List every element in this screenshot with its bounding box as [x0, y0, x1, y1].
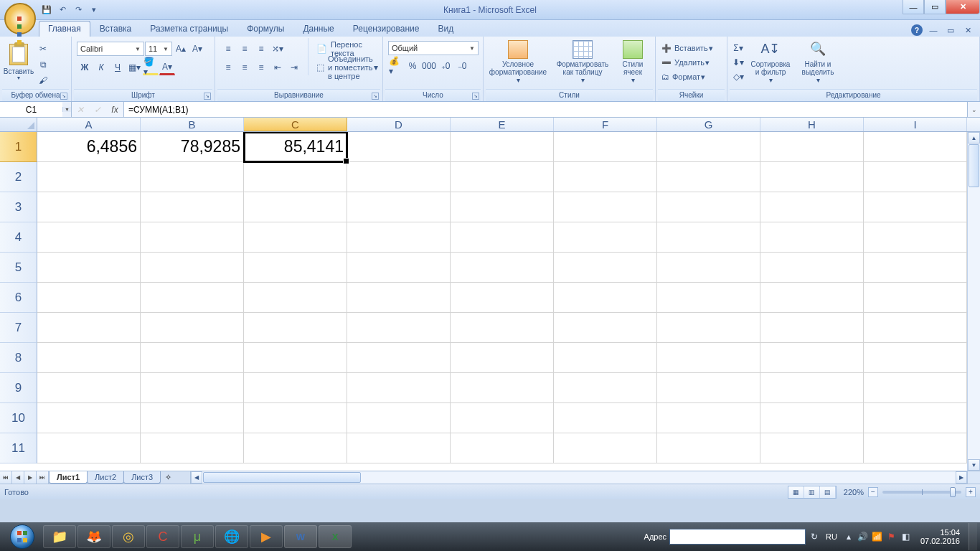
qat-undo-icon[interactable]: ↶ — [56, 4, 69, 17]
vscroll-thumb[interactable] — [969, 144, 979, 187]
ribbon-tab-3[interactable]: Формулы — [237, 21, 293, 37]
taskbar-chrome-icon[interactable]: 🌐 — [215, 525, 248, 548]
office-button[interactable] — [4, 3, 36, 34]
ribbon-tab-5[interactable]: Рецензирование — [344, 21, 429, 37]
cell-A2[interactable] — [37, 162, 141, 192]
cell-H11[interactable] — [760, 433, 864, 463]
cell-I9[interactable] — [864, 373, 967, 403]
row-header[interactable]: 3 — [0, 192, 37, 222]
cell-F1[interactable] — [554, 132, 657, 162]
name-box[interactable] — [0, 102, 62, 117]
scroll-left-icon[interactable]: ◀ — [191, 471, 202, 484]
select-all-button[interactable] — [0, 118, 37, 131]
row-header[interactable]: 4 — [0, 222, 37, 253]
row-header[interactable]: 5 — [0, 253, 37, 283]
cell-D3[interactable] — [347, 192, 451, 222]
cell-D2[interactable] — [347, 162, 451, 192]
name-box-dropdown-icon[interactable]: ▼ — [62, 107, 71, 112]
column-header[interactable]: E — [451, 118, 554, 131]
cell-G3[interactable] — [657, 192, 760, 222]
cell-G5[interactable] — [657, 253, 760, 283]
hscroll-thumb[interactable] — [203, 472, 361, 483]
taskbar-media-icon[interactable]: ▶ — [250, 525, 283, 548]
ribbon-tab-1[interactable]: Вставка — [90, 21, 141, 37]
cell-G11[interactable] — [657, 433, 760, 463]
cell-I8[interactable] — [864, 343, 967, 373]
cell-H6[interactable] — [760, 283, 864, 313]
row-header[interactable]: 8 — [0, 343, 37, 373]
cell-C10[interactable] — [244, 403, 347, 433]
align-middle-icon[interactable]: ≡ — [237, 41, 253, 57]
cell-I1[interactable] — [864, 132, 967, 162]
row-header[interactable]: 1 — [0, 132, 37, 162]
font-launcher-icon[interactable]: ↘ — [204, 93, 211, 100]
font-size-combo[interactable]: 11▼ — [145, 42, 172, 56]
cell-B10[interactable] — [141, 403, 244, 433]
cell-G2[interactable] — [657, 162, 760, 192]
cell-A8[interactable] — [37, 343, 141, 373]
language-indicator[interactable]: RU — [823, 531, 840, 542]
ribbon-tab-2[interactable]: Разметка страницы — [141, 21, 237, 37]
row-header[interactable]: 10 — [0, 403, 37, 433]
format-painter-icon[interactable]: 🖌 — [35, 72, 51, 88]
ribbon-tab-0[interactable]: Главная — [39, 21, 90, 37]
cell-C8[interactable] — [244, 343, 347, 373]
cell-H7[interactable] — [760, 313, 864, 343]
cell-D4[interactable] — [347, 222, 451, 253]
address-input[interactable] — [669, 529, 806, 545]
window-minimize-button[interactable]: — — [903, 0, 924, 14]
cell-B1[interactable]: 78,9285 — [141, 132, 244, 162]
cell-A10[interactable] — [37, 403, 141, 433]
autosum-icon[interactable]: Σ▾ — [731, 41, 745, 55]
cell-H5[interactable] — [760, 253, 864, 283]
grow-font-icon[interactable]: A▴ — [173, 41, 189, 57]
ribbon-tab-6[interactable]: Вид — [428, 21, 463, 37]
cell-E5[interactable] — [451, 253, 554, 283]
cell-E7[interactable] — [451, 313, 554, 343]
ribbon-tab-4[interactable]: Данные — [293, 21, 343, 37]
new-sheet-icon[interactable]: ✧ — [160, 471, 176, 484]
fill-icon[interactable]: ⬇▾ — [731, 55, 745, 70]
tray-show-hidden-icon[interactable]: ▴ — [843, 531, 854, 542]
cell-D10[interactable] — [347, 403, 451, 433]
view-page-layout-icon[interactable]: ▥ — [804, 486, 820, 498]
column-header[interactable]: H — [760, 118, 864, 131]
zoom-level[interactable]: 220% — [844, 488, 864, 496]
align-left-icon[interactable]: ≡ — [220, 60, 236, 75]
sheet-tab[interactable]: Лист2 — [87, 471, 124, 484]
address-go-icon[interactable]: ↻ — [809, 531, 820, 542]
zoom-in-button[interactable]: + — [966, 487, 976, 497]
zoom-slider[interactable] — [882, 491, 961, 494]
cell-H8[interactable] — [760, 343, 864, 373]
cell-D5[interactable] — [347, 253, 451, 283]
clipboard-launcher-icon[interactable]: ↘ — [60, 93, 67, 100]
window-maximize-button[interactable]: ▭ — [924, 0, 946, 14]
format-cells-button[interactable]: 🗂 Формат ▾ — [659, 70, 707, 84]
sheet-tab[interactable]: Лист3 — [123, 471, 161, 484]
sheet-tab[interactable]: Лист1 — [49, 471, 88, 484]
cell-A7[interactable] — [37, 313, 141, 343]
row-header[interactable]: 2 — [0, 162, 37, 192]
cell-E8[interactable] — [451, 343, 554, 373]
sheet-nav-prev-icon[interactable]: ◀ — [12, 471, 24, 484]
cell-E3[interactable] — [451, 192, 554, 222]
cell-E1[interactable] — [451, 132, 554, 162]
tray-flag-icon[interactable]: ⚑ — [886, 531, 897, 542]
show-desktop-button[interactable] — [969, 523, 977, 550]
font-name-combo[interactable]: Calibri▼ — [77, 42, 144, 56]
cell-B6[interactable] — [141, 283, 244, 313]
cell-B2[interactable] — [141, 162, 244, 192]
cell-I6[interactable] — [864, 283, 967, 313]
taskbar-excel-icon[interactable]: X — [319, 525, 352, 548]
fx-icon[interactable]: fx — [106, 105, 123, 115]
cell-F5[interactable] — [554, 253, 657, 283]
cell-F7[interactable] — [554, 313, 657, 343]
cell-C2[interactable] — [244, 162, 347, 192]
horizontal-scrollbar[interactable]: ◀ ▶ — [190, 471, 980, 484]
row-header[interactable]: 11 — [0, 433, 37, 463]
insert-cells-button[interactable]: ➕ Вставить ▾ — [659, 41, 715, 55]
cell-F8[interactable] — [554, 343, 657, 373]
row-header[interactable]: 9 — [0, 373, 37, 403]
merge-center-button[interactable]: ⬚ Объединить и поместить в центре ▾ — [313, 60, 382, 75]
cell-C5[interactable] — [244, 253, 347, 283]
